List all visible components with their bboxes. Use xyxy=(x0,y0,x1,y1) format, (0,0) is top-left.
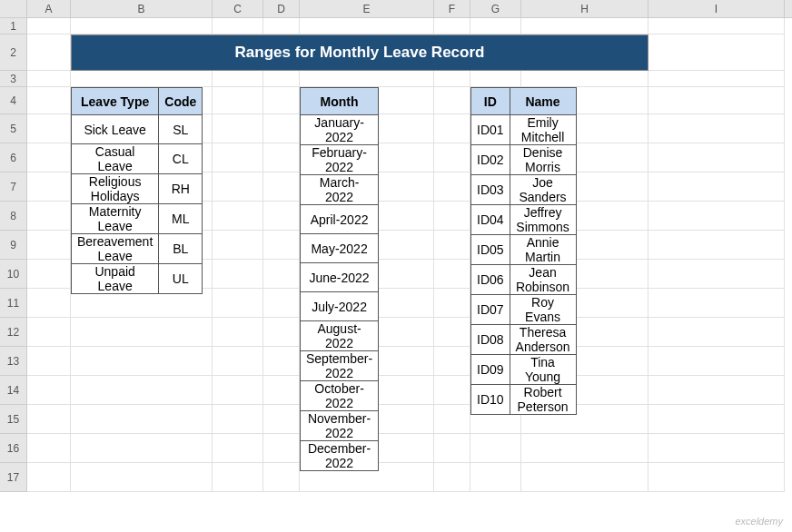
row-header-11[interactable]: 11 xyxy=(0,289,27,318)
table-cell[interactable]: October-2022 xyxy=(301,381,379,411)
row-header-16[interactable]: 16 xyxy=(0,434,27,463)
col-header-B[interactable]: B xyxy=(71,0,213,17)
table-cell[interactable]: ID03 xyxy=(471,175,510,205)
table-row: August-2022 xyxy=(301,321,379,351)
table-cell[interactable]: May-2022 xyxy=(301,234,379,263)
table-cell[interactable]: Theresa Anderson xyxy=(510,325,576,355)
table-cell[interactable]: ID10 xyxy=(471,385,510,415)
page-title: Ranges for Monthly Leave Record xyxy=(71,34,648,71)
table-cell[interactable]: Annie Martin xyxy=(510,235,576,265)
table-row: May-2022 xyxy=(301,234,379,263)
table-cell[interactable]: February-2022 xyxy=(301,145,379,175)
col-header-G[interactable]: G xyxy=(470,0,521,17)
table-cell[interactable]: Casual Leave xyxy=(72,144,159,174)
title-text: Ranges for Monthly Leave Record xyxy=(235,44,485,62)
row-header-7[interactable]: 7 xyxy=(0,172,27,202)
row-header-1[interactable]: 1 xyxy=(0,18,27,34)
leave-type-table: Leave TypeCodeSick LeaveSLCasual LeaveCL… xyxy=(71,87,203,294)
table-cell[interactable]: December-2022 xyxy=(301,441,379,471)
row-header-5[interactable]: 5 xyxy=(0,114,27,143)
row-header-15[interactable]: 15 xyxy=(0,405,27,434)
table-cell[interactable]: CL xyxy=(159,144,203,174)
id-name-table: IDNameID01Emily MitchellID02Denise Morri… xyxy=(470,87,577,415)
table-cell[interactable]: SL xyxy=(159,115,203,144)
table-cell[interactable]: Jean Robinson xyxy=(510,265,576,295)
table-row: January-2022 xyxy=(301,115,379,145)
table-cell[interactable]: ID04 xyxy=(471,205,510,235)
row-header-14[interactable]: 14 xyxy=(0,376,27,405)
table-row: February-2022 xyxy=(301,145,379,175)
table-cell[interactable]: August-2022 xyxy=(301,321,379,351)
row-headers: 1234567891011121314151617 xyxy=(0,18,27,492)
table-row: July-2022 xyxy=(301,292,379,321)
col-header-D[interactable]: D xyxy=(263,0,300,17)
table-cell[interactable]: Religious Holidays xyxy=(72,174,159,204)
table-row: April-2022 xyxy=(301,205,379,234)
col-header-A[interactable]: A xyxy=(27,0,71,17)
table-cell[interactable]: RH xyxy=(159,174,203,204)
col-header-I[interactable]: I xyxy=(648,0,785,17)
table-row: November-2022 xyxy=(301,411,379,441)
table-row: ID04Jeffrey Simmons xyxy=(471,205,577,235)
table-cell[interactable]: Tina Young xyxy=(510,355,576,385)
table-row: March-2022 xyxy=(301,175,379,205)
table-cell[interactable]: ID06 xyxy=(471,265,510,295)
table-row: Maternity LeaveML xyxy=(72,204,203,234)
table-row: September-2022 xyxy=(301,351,379,381)
table-cell[interactable]: ID01 xyxy=(471,115,510,145)
table-row: June-2022 xyxy=(301,263,379,292)
table-cell[interactable]: Unpaid Leave xyxy=(72,264,159,294)
row-header-4[interactable]: 4 xyxy=(0,87,27,114)
table-cell[interactable]: ID05 xyxy=(471,235,510,265)
table-row: ID02Denise Morris xyxy=(471,145,577,175)
table-header: ID xyxy=(471,88,510,115)
col-header-E[interactable]: E xyxy=(300,0,434,17)
table-row: October-2022 xyxy=(301,381,379,411)
col-header-F[interactable]: F xyxy=(434,0,470,17)
table-cell[interactable]: BL xyxy=(159,234,203,264)
table-cell[interactable]: Roy Evans xyxy=(510,295,576,325)
table-cell[interactable]: Maternity Leave xyxy=(72,204,159,234)
table-row: Sick LeaveSL xyxy=(72,115,203,144)
table-cell[interactable]: November-2022 xyxy=(301,411,379,441)
table-cell[interactable]: Joe Sanders xyxy=(510,175,576,205)
table-row: ID05Annie Martin xyxy=(471,235,577,265)
table-cell[interactable]: Sick Leave xyxy=(72,115,159,144)
table-cell[interactable]: Jeffrey Simmons xyxy=(510,205,576,235)
table-cell[interactable]: Robert Peterson xyxy=(510,385,576,415)
table-row: ID01Emily Mitchell xyxy=(471,115,577,145)
table-cell[interactable]: April-2022 xyxy=(301,205,379,234)
table-row: Casual LeaveCL xyxy=(72,144,203,174)
table-row: December-2022 xyxy=(301,441,379,471)
row-header-12[interactable]: 12 xyxy=(0,318,27,347)
table-cell[interactable]: ID09 xyxy=(471,355,510,385)
col-header-C[interactable]: C xyxy=(213,0,263,17)
col-header-H[interactable]: H xyxy=(521,0,648,17)
table-cell[interactable]: March-2022 xyxy=(301,175,379,205)
table-cell[interactable]: ID07 xyxy=(471,295,510,325)
table-cell[interactable]: ID08 xyxy=(471,325,510,355)
table-cell[interactable]: ID02 xyxy=(471,145,510,175)
table-cell[interactable]: Bereavement Leave xyxy=(72,234,159,264)
row-header-6[interactable]: 6 xyxy=(0,143,27,172)
table-cell[interactable]: Denise Morris xyxy=(510,145,576,175)
table-cell[interactable]: ML xyxy=(159,204,203,234)
table-cell[interactable]: July-2022 xyxy=(301,292,379,321)
row-header-9[interactable]: 9 xyxy=(0,231,27,260)
row-header-10[interactable]: 10 xyxy=(0,260,27,289)
row-header-2[interactable]: 2 xyxy=(0,34,27,71)
table-cell[interactable]: UL xyxy=(159,264,203,294)
row-header-8[interactable]: 8 xyxy=(0,202,27,231)
row-header-17[interactable]: 17 xyxy=(0,463,27,492)
row-header-3[interactable]: 3 xyxy=(0,71,27,87)
table-cell[interactable]: September-2022 xyxy=(301,351,379,381)
table-cell[interactable]: Emily Mitchell xyxy=(510,115,576,145)
table-row: Unpaid LeaveUL xyxy=(72,264,203,294)
table-row: Bereavement LeaveBL xyxy=(72,234,203,264)
table-cell[interactable]: January-2022 xyxy=(301,115,379,145)
table-header: Leave Type xyxy=(72,88,159,115)
row-header-13[interactable]: 13 xyxy=(0,347,27,376)
table-cell[interactable]: June-2022 xyxy=(301,263,379,292)
table-row: ID06Jean Robinson xyxy=(471,265,577,295)
table-row: ID07Roy Evans xyxy=(471,295,577,325)
